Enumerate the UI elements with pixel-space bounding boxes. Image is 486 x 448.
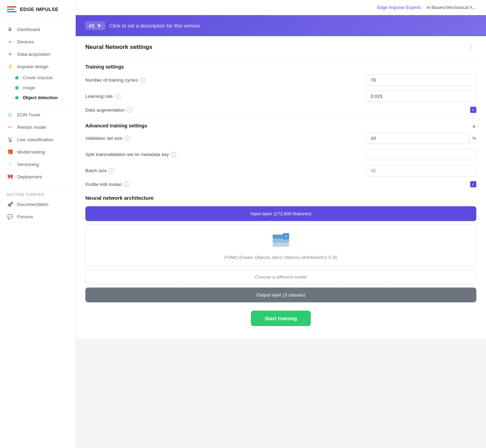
chevron-down-icon: ▼ <box>97 23 102 29</box>
sidebar-item-versioning[interactable]: ⑂ Versioning <box>0 158 75 170</box>
batch-size-row: Batch size i <box>85 165 476 176</box>
settings-card: Neural Network settings ⋮ Training setti… <box>76 36 486 338</box>
choose-model-button[interactable]: Choose a different model <box>85 270 476 284</box>
retrain-icon: ✂ <box>7 124 13 130</box>
sidebar-item-object-detection[interactable]: Object detection <box>0 93 75 103</box>
sidebar-item-retrain-model[interactable]: ✂ Retrain model <box>0 121 75 133</box>
sidebar-item-documentation[interactable]: 🚀 Documentation <box>0 198 75 210</box>
sidebar-item-label: Dashboard <box>17 27 40 32</box>
dashboard-icon: 🖥 <box>7 26 13 32</box>
batch-size-input[interactable] <box>366 165 476 176</box>
model-box: ≡ FOMO (Faster Objects, More Objects) Mo… <box>85 225 476 267</box>
split-train-row: Split train/validation set on metadata k… <box>85 149 476 160</box>
profile-int8-checkbox[interactable]: ✓ <box>470 181 476 187</box>
dot-icon <box>15 76 19 80</box>
model-icon: ≡ <box>272 233 290 251</box>
breadcrumb-current: AI-Based Mechanical A... <box>426 5 476 10</box>
sidebar-item-create-impulse[interactable]: Create impulse <box>0 73 75 83</box>
sidebar-item-data-acquisition[interactable]: ≡ Data acquisition <box>0 48 75 60</box>
content-area: #1 ▼ Click to set a description for this… <box>76 15 486 448</box>
profile-int8-help-icon[interactable]: i <box>123 181 129 187</box>
training-cycles-row: Number of training cycles i <box>85 74 476 86</box>
sidebar-item-label: Live classification <box>17 137 53 142</box>
split-train-label: Split train/validation set on metadata k… <box>85 152 361 157</box>
sidebar-item-label: Devices <box>17 39 34 44</box>
profile-int8-checkbox-wrapper: ✓ <box>470 181 476 187</box>
sidebar-item-label: Documentation <box>17 202 49 207</box>
training-settings-title: Training settings <box>85 64 476 70</box>
devices-icon: ▪ <box>7 39 13 45</box>
testing-icon: 🎁 <box>7 149 13 155</box>
training-cycles-label: Number of training cycles i <box>85 77 361 83</box>
impulse-icon: ⚡ <box>7 63 13 70</box>
sidebar-item-devices[interactable]: ▪ Devices <box>0 35 75 48</box>
svg-text:≡: ≡ <box>285 234 287 239</box>
sidebar-item-label: Impulse design <box>17 64 49 69</box>
sidebar-item-live-classification[interactable]: 📡 Live classification <box>0 133 75 146</box>
main-area: Edge Impulse Experts / AI-Based Mechanic… <box>76 0 486 448</box>
breadcrumb-link[interactable]: Edge Impulse Experts <box>377 5 421 10</box>
dot-icon <box>15 96 19 100</box>
sidebar-item-dashboard[interactable]: 🖥 Dashboard <box>0 23 75 35</box>
sidebar-item-impulse-design[interactable]: ⚡ Impulse design <box>0 60 75 73</box>
output-layer: Output layer (3 classes) <box>85 288 476 302</box>
data-augmentation-checkbox[interactable]: ✓ <box>470 107 476 113</box>
sidebar: EDGE IMPULSE 🖥 Dashboard ▪ Devices ≡ Dat… <box>0 0 76 448</box>
eon-icon: ◎ <box>7 112 13 118</box>
sidebar-item-model-testing[interactable]: 🎁 Model testing <box>0 146 75 158</box>
card-header: Neural Network settings ⋮ <box>85 36 476 57</box>
live-icon: 📡 <box>7 136 13 143</box>
input-layer: Input layer (172,800 features) <box>85 206 476 221</box>
data-icon: ≡ <box>7 51 13 57</box>
percent-suffix: % <box>472 136 476 141</box>
sidebar-item-label: Forums <box>17 214 33 219</box>
model-name: FOMO (Faster Objects, More Objects) Mobi… <box>224 255 337 260</box>
profile-int8-label: Profile int8 model i <box>85 181 465 187</box>
sidebar-item-label: EON Tuner <box>17 112 41 117</box>
version-badge[interactable]: #1 ▼ <box>85 21 105 30</box>
sidebar-item-label: Data acquisition <box>17 52 50 57</box>
validation-set-size-input[interactable] <box>366 133 469 144</box>
split-train-input[interactable] <box>366 149 476 160</box>
logo-icon <box>7 6 17 12</box>
sidebar-item-label: Deployment <box>17 174 42 179</box>
version-description[interactable]: Click to set a description for this vers… <box>109 23 200 29</box>
sidebar-divider-2 <box>0 186 75 186</box>
training-cycles-input[interactable] <box>366 74 476 86</box>
validation-help-icon[interactable]: i <box>125 136 130 141</box>
architecture-title: Neural network architecture <box>85 195 476 201</box>
sidebar-nav: 🖥 Dashboard ▪ Devices ≡ Data acquisition… <box>0 19 75 448</box>
svg-rect-0 <box>273 243 289 247</box>
start-training-button[interactable]: Start training <box>251 311 310 326</box>
sidebar-item-deployment[interactable]: 🎀 Deployment <box>0 170 75 183</box>
version-number: #1 <box>89 23 95 29</box>
sidebar-item-label: Retrain model <box>17 125 46 130</box>
card-title: Neural Network settings <box>85 44 152 51</box>
logo: EDGE IMPULSE <box>0 0 75 19</box>
sidebar-item-forums[interactable]: 💬 Forums <box>0 210 75 223</box>
advanced-settings-toggle[interactable]: Advanced training settings ▲ <box>85 118 476 133</box>
sidebar-sub-label: Create impulse <box>23 75 53 80</box>
topbar: Edge Impulse Experts / AI-Based Mechanic… <box>76 0 486 15</box>
data-augmentation-checkbox-wrapper: ✓ <box>470 107 476 113</box>
breadcrumb-separator: / <box>423 5 424 10</box>
versioning-icon: ⑂ <box>7 161 13 167</box>
sidebar-sub-label: Image <box>23 85 35 90</box>
menu-dots-button[interactable]: ⋮ <box>465 43 476 51</box>
sidebar-item-image[interactable]: Image <box>0 83 75 93</box>
sidebar-item-eon-tuner[interactable]: ◎ EON Tuner <box>0 108 75 121</box>
training-cycles-help-icon[interactable]: i <box>140 77 145 83</box>
data-augmentation-help-icon[interactable]: i <box>127 107 132 113</box>
sidebar-divider <box>0 105 75 106</box>
data-augmentation-label: Data augmentation i <box>85 107 465 113</box>
learning-rate-help-icon[interactable]: i <box>115 94 120 99</box>
data-augmentation-row: Data augmentation i ✓ <box>85 107 476 113</box>
version-header: #1 ▼ Click to set a description for this… <box>76 15 486 36</box>
learning-rate-input[interactable] <box>366 91 476 102</box>
batch-size-help-icon[interactable]: i <box>109 168 114 174</box>
toggle-arrow-icon: ▲ <box>472 123 476 128</box>
start-training-wrap: Start training <box>85 311 476 326</box>
sidebar-sub-label: Object detection <box>23 95 58 100</box>
split-train-help-icon[interactable]: i <box>171 152 176 157</box>
docs-icon: 🚀 <box>7 201 13 207</box>
